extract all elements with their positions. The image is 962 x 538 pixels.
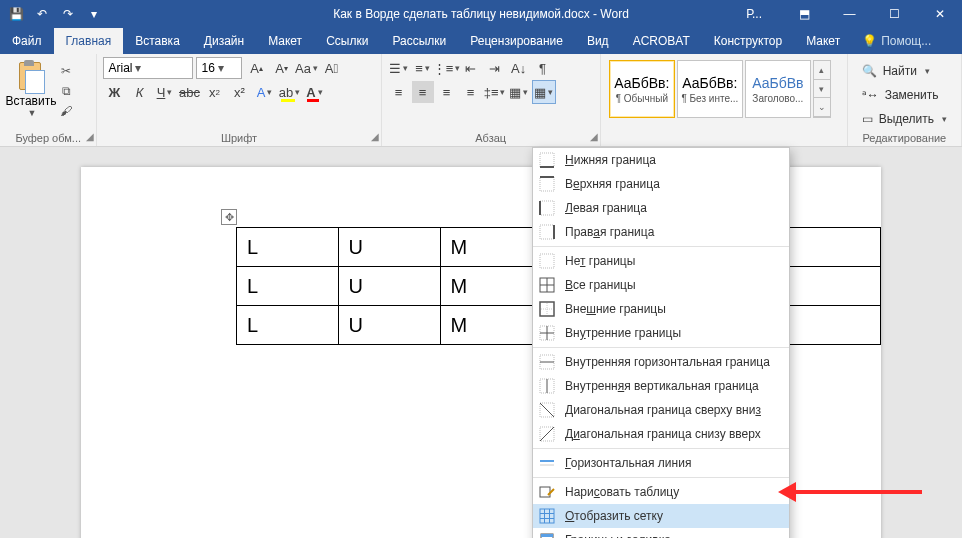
menu-borders-and-shading[interactable]: Границы и заливка...	[533, 528, 789, 538]
menu-border-left[interactable]: Левая граница	[533, 196, 789, 220]
svg-line-23	[540, 403, 554, 417]
paste-button[interactable]: Вставить ▼	[6, 56, 56, 120]
align-right-button[interactable]: ≡	[436, 81, 458, 103]
numbering-button[interactable]: ≡▾	[412, 57, 434, 79]
menu-border-bottom[interactable]: ННижняя границаижняя граница	[533, 148, 789, 172]
menu-draw-table[interactable]: Нарисовать таблицу	[533, 480, 789, 504]
tab-review[interactable]: Рецензирование	[458, 28, 575, 54]
tab-mailings[interactable]: Рассылки	[380, 28, 458, 54]
minimize-button[interactable]: —	[827, 0, 872, 28]
bullets-button[interactable]: ☰▾	[388, 57, 410, 79]
menu-border-outside[interactable]: Внешние границы	[533, 297, 789, 321]
decrease-indent-button[interactable]: ⇤	[460, 57, 482, 79]
border-outside-icon	[539, 301, 555, 317]
font-color-button[interactable]: A▾	[303, 81, 325, 103]
style-no-spacing[interactable]: АаБбВв: ¶ Без инте...	[677, 60, 743, 118]
format-painter-button[interactable]: 🖌	[56, 102, 76, 120]
undo-button[interactable]: ↶	[30, 2, 54, 26]
ribbon-options-button[interactable]: ⬒	[782, 0, 827, 28]
multilevel-list-button[interactable]: ⋮≡▾	[436, 57, 458, 79]
text-effects-button[interactable]: A▾	[253, 81, 275, 103]
superscript-button[interactable]: x²	[228, 81, 250, 103]
subscript-button[interactable]: x2	[203, 81, 225, 103]
increase-indent-button[interactable]: ⇥	[484, 57, 506, 79]
strikethrough-button[interactable]: abc	[178, 81, 200, 103]
menu-view-gridlines[interactable]: Отобразить сетку	[533, 504, 789, 528]
tab-references[interactable]: Ссылки	[314, 28, 380, 54]
table-cell[interactable]: U	[338, 267, 440, 306]
dialog-launcher-icon[interactable]: ◢	[86, 131, 94, 142]
menu-border-inside-v[interactable]: Внутренняя вертикальная граница	[533, 374, 789, 398]
save-button[interactable]: 💾	[4, 2, 28, 26]
menu-border-diag-up[interactable]: Диагональная граница снизу вверх	[533, 422, 789, 446]
select-button[interactable]: ▭Выделить▾	[862, 108, 947, 130]
table-cell[interactable]: U	[338, 306, 440, 345]
close-button[interactable]: ✕	[917, 0, 962, 28]
paste-icon	[15, 60, 47, 92]
redo-button[interactable]: ↷	[56, 2, 80, 26]
styles-gallery-scroll[interactable]: ▴ ▾ ⌄	[813, 60, 831, 118]
line-spacing-button[interactable]: ‡≡▾	[484, 81, 506, 103]
tab-table-layout[interactable]: Макет	[794, 28, 852, 54]
table-cell[interactable]: M	[440, 267, 542, 306]
clear-formatting-button[interactable]: A⃪	[320, 57, 342, 79]
bold-button[interactable]: Ж	[103, 81, 125, 103]
shading-button[interactable]: ▦▾	[508, 81, 530, 103]
tab-design[interactable]: Дизайн	[192, 28, 256, 54]
find-button[interactable]: 🔍Найти▾	[862, 60, 947, 82]
grow-font-button[interactable]: A▴	[245, 57, 267, 79]
chevron-down-icon[interactable]: ▾	[814, 80, 830, 99]
tab-home[interactable]: Главная	[54, 28, 124, 54]
cut-button[interactable]: ✂	[56, 62, 76, 80]
tab-layout[interactable]: Макет	[256, 28, 314, 54]
table-move-handle[interactable]: ✥	[221, 209, 237, 225]
replace-button[interactable]: ᵃ↔Заменить	[862, 84, 947, 106]
highlight-button[interactable]: ab▾	[278, 81, 300, 103]
maximize-button[interactable]: ☐	[872, 0, 917, 28]
menu-horizontal-line[interactable]: Горизонтальная линия	[533, 451, 789, 475]
sort-button[interactable]: A↓	[508, 57, 530, 79]
menu-border-top[interactable]: Верхняя граница	[533, 172, 789, 196]
table-cell[interactable]: M	[440, 228, 542, 267]
menu-border-none[interactable]: Нет границы	[533, 249, 789, 273]
tab-view[interactable]: Вид	[575, 28, 621, 54]
ribbon: Вставить ▼ ✂ ⧉ 🖌 Буфер обм... ◢ Arial▾ 1…	[0, 54, 962, 147]
align-left-button[interactable]: ≡	[388, 81, 410, 103]
table-cell[interactable]: U	[338, 228, 440, 267]
change-case-button[interactable]: Aa▾	[295, 57, 317, 79]
menu-border-inside[interactable]: Внутренние границы	[533, 321, 789, 345]
font-size-combo[interactable]: 16▾	[196, 57, 242, 79]
tell-me[interactable]: 💡 Помощ...	[852, 28, 941, 54]
tab-insert[interactable]: Вставка	[123, 28, 192, 54]
style-heading1[interactable]: АаБбВв Заголово...	[745, 60, 811, 118]
table-cell[interactable]: L	[237, 267, 339, 306]
justify-button[interactable]: ≡	[460, 81, 482, 103]
dialog-launcher-icon[interactable]: ◢	[590, 131, 598, 142]
align-center-button[interactable]: ≡	[412, 81, 434, 103]
show-marks-button[interactable]: ¶	[532, 57, 554, 79]
menu-border-diag-down[interactable]: Диагональная граница сверху вниз	[533, 398, 789, 422]
tab-table-design[interactable]: Конструктор	[702, 28, 794, 54]
window-title: Как в Ворде сделать таблицу невидимой.do…	[333, 7, 629, 21]
shrink-font-button[interactable]: A▾	[270, 57, 292, 79]
underline-button[interactable]: Ч▾	[153, 81, 175, 103]
tab-acrobat[interactable]: ACROBAT	[621, 28, 702, 54]
table-cell[interactable]: L	[237, 228, 339, 267]
borders-button[interactable]: ▦▾	[532, 80, 556, 104]
chevron-up-icon[interactable]: ▴	[814, 61, 830, 80]
expand-gallery-icon[interactable]: ⌄	[814, 98, 830, 117]
diag-down-icon	[539, 402, 555, 418]
qat-customize[interactable]: ▾	[82, 2, 106, 26]
font-name-combo[interactable]: Arial▾	[103, 57, 193, 79]
dialog-launcher-icon[interactable]: ◢	[371, 131, 379, 142]
italic-button[interactable]: К	[128, 81, 150, 103]
menu-border-inside-h[interactable]: Внутренняя горизонтальная граница	[533, 350, 789, 374]
tab-file[interactable]: Файл	[0, 28, 54, 54]
menu-border-all[interactable]: Все границы	[533, 273, 789, 297]
hline-icon	[539, 455, 555, 471]
style-normal[interactable]: АаБбВв: ¶ Обычный	[609, 60, 675, 118]
menu-border-right[interactable]: Правая граница	[533, 220, 789, 244]
copy-button[interactable]: ⧉	[56, 82, 76, 100]
table-cell[interactable]: L	[237, 306, 339, 345]
table-cell[interactable]: M	[440, 306, 542, 345]
